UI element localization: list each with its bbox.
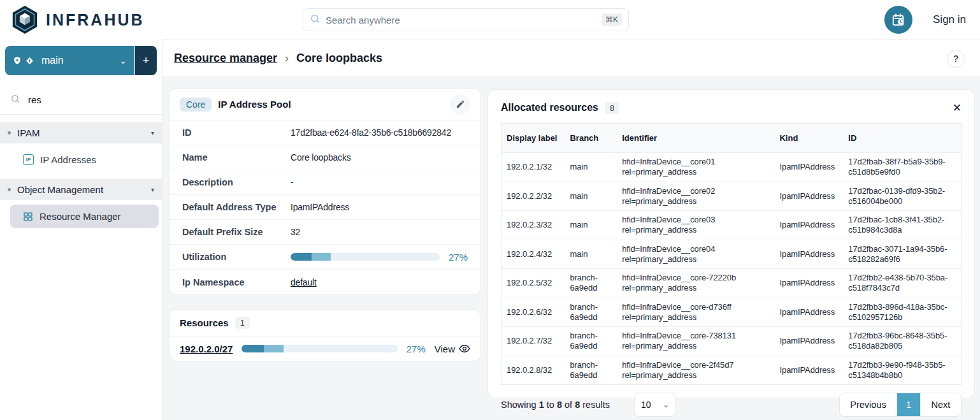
close-icon[interactable]: ✕ <box>953 101 962 115</box>
bullet-icon <box>8 188 11 191</box>
table-row[interactable]: 192.0.2.5/32 branch-6a9edd hfid=InfraDev… <box>501 269 962 298</box>
add-branch-button[interactable]: + <box>135 46 157 75</box>
bullet-icon <box>8 131 11 134</box>
edit-button[interactable] <box>450 94 470 115</box>
sidebar-group-ipam[interactable]: IPAM ▾ <box>0 122 162 143</box>
branch-selector[interactable]: main ⌄ <box>5 46 134 75</box>
field-label: Default Address Type <box>182 202 291 212</box>
caret-down-icon: ▾ <box>151 186 154 193</box>
table-row[interactable]: 192.0.2.3/32 main hfid=InfraDevice__core… <box>501 211 962 240</box>
pool-row-id: ID 17d2fbaa-e624-8fa2-35b6-c518b6692842 <box>169 120 480 145</box>
resource-fill-dark <box>241 345 263 352</box>
column-display-label: Display label <box>501 124 564 153</box>
table-row[interactable]: 192.0.2.2/32 main hfid=InfraDevice__core… <box>501 182 962 211</box>
view-button[interactable]: View <box>435 343 470 354</box>
resource-percent: 27% <box>407 344 426 354</box>
infrahub-logo[interactable]: INFRAHUB <box>0 5 162 34</box>
field-value: 17d2fbaa-e624-8fa2-35b6-c518b6692842 <box>291 127 451 138</box>
current-page-button[interactable]: 1 <box>897 393 920 416</box>
table-row[interactable]: 192.0.2.6/32 branch-6a9edd hfid=InfraDev… <box>501 298 962 327</box>
prefix-link[interactable]: 192.0.2.0/27 <box>180 344 233 354</box>
view-label: View <box>435 344 455 354</box>
utilization-bar <box>291 253 440 261</box>
field-label: Utilization <box>182 252 291 262</box>
field-value: Core loopbacks <box>291 152 350 163</box>
search-icon <box>10 94 20 106</box>
previous-page-button[interactable]: Previous <box>840 393 897 416</box>
chevron-down-icon: ⌄ <box>663 400 669 409</box>
resource-fill-light <box>264 345 284 352</box>
chevron-down-icon: ⌄ <box>119 55 127 66</box>
next-page-button[interactable]: Next <box>920 393 961 416</box>
shield-icon <box>13 56 22 65</box>
sidebar-item-ip-addresses[interactable]: IP IP Addresses <box>0 148 162 171</box>
grid-icon <box>23 212 33 222</box>
branch-name: main <box>41 55 115 66</box>
calendar-clock-icon <box>891 13 905 27</box>
table-row[interactable]: 192.0.2.8/32 branch-6a9edd hfid=InfraDev… <box>501 356 962 385</box>
namespace-link[interactable]: default <box>291 277 317 287</box>
table-row[interactable]: 192.0.2.4/32 main hfid=InfraDevice__core… <box>501 240 962 269</box>
field-label: Name <box>182 152 291 163</box>
main-content: Core IP Address Pool ID 17d2fbaa-e624-8f… <box>162 76 980 420</box>
core-badge: Core <box>180 98 212 112</box>
resource-row: 192.0.2.0/27 27% View <box>169 337 480 361</box>
column-branch: Branch <box>563 124 616 153</box>
pool-row-ip-namespace: Ip Namespace default <box>169 270 480 294</box>
sidebar-group-label: IPAM <box>17 127 145 138</box>
global-search-placeholder: Search anywhere <box>326 15 596 25</box>
pool-card-header: Core IP Address Pool <box>169 89 480 120</box>
sign-in-link[interactable]: Sign in <box>933 13 966 26</box>
pool-row-utilization: Utilization 27% <box>169 245 480 270</box>
field-label: Default Prefix Size <box>182 227 291 237</box>
pagination: Previous 1 Next <box>839 393 962 417</box>
utilization-fill-light <box>312 253 331 261</box>
eye-icon <box>459 343 470 354</box>
allocated-table: Display label Branch Identifier Kind ID … <box>501 123 962 385</box>
allocated-count-badge: 8 <box>605 102 619 114</box>
pool-row-name: Name Core loopbacks <box>169 145 480 170</box>
breadcrumb-resource-manager-link[interactable]: Resource manager <box>174 52 277 65</box>
ip-address-pool-card: Core IP Address Pool ID 17d2fbaa-e624-8f… <box>169 88 481 295</box>
table-footer: Showing 1 to 8 of 8 results 10 ⌄ Previou… <box>501 393 962 417</box>
table-row[interactable]: 192.0.2.1/32 main hfid=InfraDevice__core… <box>501 153 962 182</box>
field-value: - <box>291 177 293 187</box>
pencil-icon <box>456 99 465 109</box>
resources-title: Resources <box>180 317 229 328</box>
breadcrumb-current: Core loopbacks <box>296 52 382 65</box>
allocated-header: Allocated resources 8 ✕ <box>501 90 962 120</box>
field-value: IpamIPAddress <box>291 202 349 212</box>
field-label: Description <box>182 177 291 187</box>
branch-hexagon-icon <box>25 57 34 65</box>
sidebar-item-resource-manager[interactable]: Resource Manager <box>10 205 159 228</box>
header-right: Sign in <box>884 0 966 40</box>
resources-count-badge: 1 <box>235 317 250 329</box>
sidebar-group-object-management[interactable]: Object Management ▾ <box>0 179 162 200</box>
page-size-value: 10 <box>641 400 651 410</box>
pool-row-default-prefix-size: Default Prefix Size 32 <box>169 220 480 245</box>
pool-row-description: Description - <box>169 170 480 195</box>
caret-down-icon: ▾ <box>151 129 154 136</box>
sidebar-item-label: Resource Manager <box>40 211 121 222</box>
column-id: ID <box>842 124 961 153</box>
breadcrumb: Resource manager › Core loopbacks ? <box>162 40 980 76</box>
chevron-right-icon: › <box>285 52 289 65</box>
allocated-resources-panel: Allocated resources 8 ✕ Display label Br… <box>487 89 975 398</box>
infrahub-app: INFRAHUB Search anywhere ⌘K Sign in <box>0 0 980 420</box>
table-row[interactable]: 192.0.2.7/32 branch-6a9edd hfid=InfraDev… <box>501 327 962 356</box>
sidebar-group-label: Object Management <box>17 184 145 195</box>
resource-utilization-bar <box>241 345 397 352</box>
utilization-percent: 27% <box>449 252 468 263</box>
pool-card-title: IP Address Pool <box>218 99 443 110</box>
help-button[interactable]: ? <box>947 50 965 68</box>
ip-address-icon: IP <box>23 154 34 165</box>
field-label: ID <box>182 127 291 138</box>
branch-selector-row: main ⌄ + <box>5 46 157 75</box>
account-avatar-button[interactable] <box>884 6 912 34</box>
search-icon <box>310 13 321 27</box>
global-search-input[interactable]: Search anywhere ⌘K <box>303 8 629 31</box>
sidebar: main ⌄ + res IPAM ▾ IP IP Addresses Obje… <box>0 40 162 420</box>
sidebar-filter-input[interactable]: res <box>0 85 162 115</box>
resources-card-header: Resources 1 <box>169 310 480 337</box>
page-size-select[interactable]: 10 ⌄ <box>634 393 676 417</box>
